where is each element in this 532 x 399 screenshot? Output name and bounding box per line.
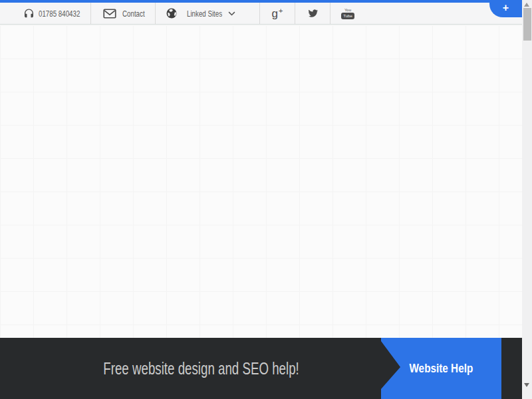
google-plus-link[interactable]: g+ [260, 3, 295, 24]
footer-tagline-wrap: Free website design and SEO help! [0, 338, 403, 399]
page: 01785 840432 Contact Linked Sites [0, 0, 532, 399]
twitter-icon [307, 9, 319, 18]
website-help-label: Website Help [410, 362, 473, 376]
ribbon-notch [381, 341, 400, 389]
chevron-down-icon [228, 11, 235, 16]
scrollbar-thumb[interactable] [523, 8, 531, 41]
vertical-scrollbar[interactable] [522, 0, 532, 399]
expand-menu-button[interactable]: + [489, 0, 522, 17]
plus-icon: + [503, 3, 509, 13]
envelope-icon [103, 9, 122, 19]
scroll-down-arrow-icon[interactable] [524, 383, 529, 387]
linked-sites-dropdown[interactable]: Linked Sites [156, 3, 259, 24]
phone-link[interactable]: 01785 840432 [0, 3, 90, 24]
twitter-link[interactable] [295, 3, 330, 24]
youtube-link[interactable]: You Tube [331, 3, 365, 24]
linked-sites-label: Linked Sites [187, 9, 222, 19]
footer-tagline: Free website design and SEO help! [104, 358, 300, 379]
headset-icon [23, 8, 39, 19]
contact-label: Contact [122, 9, 145, 19]
scroll-up-arrow-icon[interactable] [524, 3, 529, 7]
youtube-icon: You Tube [341, 8, 354, 19]
contact-link[interactable]: Contact [91, 3, 155, 24]
topbar: 01785 840432 Contact Linked Sites [0, 3, 522, 25]
top-accent-strip [0, 0, 522, 3]
phone-number: 01785 840432 [39, 9, 80, 19]
google-plus-icon: g+ [272, 7, 283, 19]
footer: Free website design and SEO help! Websit… [0, 338, 532, 399]
globe-icon [166, 7, 178, 19]
website-help-button[interactable]: Website Help [381, 338, 501, 399]
page-content [0, 25, 522, 338]
